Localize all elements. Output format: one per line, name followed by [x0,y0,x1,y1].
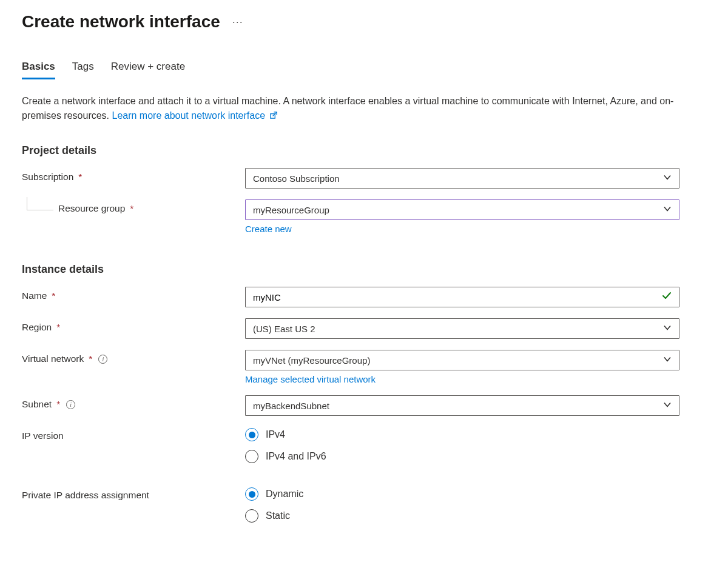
external-link-icon [269,109,277,124]
page-title: Create network interface [22,12,220,32]
radio-static[interactable]: Static [245,509,679,523]
info-icon[interactable]: i [66,400,75,409]
radio-icon [245,509,258,523]
virtual-network-select[interactable]: myVNet (myResourceGroup) [245,350,679,370]
tree-connector-icon [27,197,53,210]
tab-review-create[interactable]: Review + create [111,61,185,79]
tab-bar: Basics Tags Review + create [22,61,706,79]
tab-basics[interactable]: Basics [22,61,55,79]
resource-group-select[interactable]: myResourceGroup [245,199,679,220]
section-instance-details: Instance details [22,263,706,276]
region-select[interactable]: (US) East US 2 [245,318,679,339]
label-subnet: Subnet* i [22,395,245,410]
radio-dynamic[interactable]: Dynamic [245,487,679,501]
tab-tags[interactable]: Tags [72,61,94,79]
create-new-link[interactable]: Create new [245,224,292,234]
subscription-select[interactable]: Contoso Subscription [245,168,679,189]
chevron-down-icon [663,205,672,215]
radio-icon [245,428,258,441]
chevron-down-icon [663,324,672,334]
chevron-down-icon [663,173,672,184]
radio-icon [245,450,258,463]
radio-ipv4-ipv6[interactable]: IPv4 and IPv6 [245,450,679,463]
chevron-down-icon [663,401,672,411]
subnet-select[interactable]: myBackendSubnet [245,395,679,416]
intro-text: Create a network interface and attach it… [22,94,706,124]
checkmark-icon [661,290,672,304]
learn-more-link[interactable]: Learn more about network interface [112,110,277,121]
label-resource-group: Resource group* [22,199,245,214]
label-region: Region* [22,318,245,333]
manage-vnet-link[interactable]: Manage selected virtual network [245,374,376,384]
info-icon[interactable]: i [98,355,107,364]
ip-version-radio-group: IPv4 IPv4 and IPv6 [245,427,679,463]
radio-ipv4[interactable]: IPv4 [245,428,679,441]
label-ip-version: IP version [22,427,245,441]
label-subscription: Subscription* [22,168,245,182]
section-project-details: Project details [22,144,706,157]
label-private-ip-assignment: Private IP address assignment [22,486,245,501]
more-icon[interactable]: ··· [230,13,246,31]
private-ip-radio-group: Dynamic Static [245,486,679,523]
label-virtual-network: Virtual network* i [22,350,245,364]
radio-icon [245,487,258,501]
chevron-down-icon [663,355,672,366]
label-name: Name* [22,287,245,301]
name-input[interactable] [245,287,679,307]
